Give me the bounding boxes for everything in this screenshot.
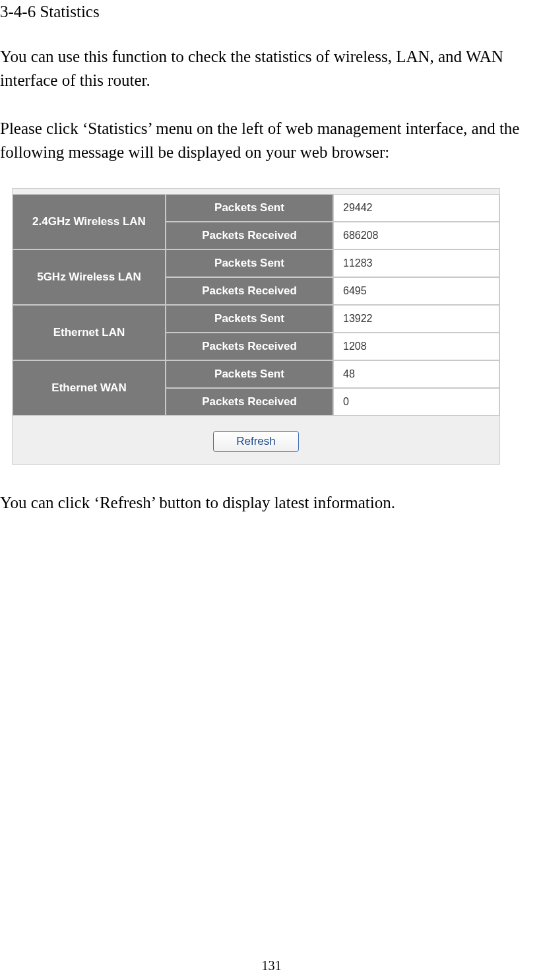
packets-received-label: Packets Received (166, 388, 333, 416)
packets-sent-value: 29442 (333, 194, 499, 222)
table-row: Ethernet LAN Packets Sent 13922 (13, 305, 499, 333)
interface-name: Ethernet WAN (13, 360, 166, 416)
table-row: 5GHz Wireless LAN Packets Sent 11283 (13, 249, 499, 277)
packets-sent-value: 13922 (333, 305, 499, 333)
packets-received-label: Packets Received (166, 277, 333, 305)
button-row: Refresh (13, 416, 499, 464)
packets-sent-label: Packets Sent (166, 249, 333, 277)
packets-sent-value: 11283 (333, 249, 499, 277)
statistics-panel: 2.4GHz Wireless LAN Packets Sent 29442 P… (12, 188, 500, 465)
interface-name: Ethernet LAN (13, 305, 166, 360)
packets-sent-label: Packets Sent (166, 360, 333, 388)
packets-received-value: 686208 (333, 222, 499, 249)
intro-paragraph-1: You can use this function to check the s… (0, 45, 542, 93)
packets-received-value: 6495 (333, 277, 499, 305)
interface-name: 2.4GHz Wireless LAN (13, 194, 166, 249)
packets-sent-value: 48 (333, 360, 499, 388)
closing-paragraph: You can click ‘Refresh’ button to displa… (0, 491, 542, 515)
page-number: 131 (0, 958, 543, 973)
packets-sent-label: Packets Sent (166, 305, 333, 333)
packets-received-value: 0 (333, 388, 499, 416)
packets-received-value: 1208 (333, 333, 499, 360)
interface-name: 5GHz Wireless LAN (13, 249, 166, 305)
refresh-button[interactable]: Refresh (213, 431, 299, 452)
packets-sent-label: Packets Sent (166, 194, 333, 222)
table-row: 2.4GHz Wireless LAN Packets Sent 29442 (13, 194, 499, 222)
intro-paragraph-2: Please click ‘Statistics’ menu on the le… (0, 117, 542, 165)
section-heading: 3-4-6 Statistics (0, 3, 542, 21)
packets-received-label: Packets Received (166, 222, 333, 249)
packets-received-label: Packets Received (166, 333, 333, 360)
statistics-table: 2.4GHz Wireless LAN Packets Sent 29442 P… (13, 189, 499, 416)
table-row: Ethernet WAN Packets Sent 48 (13, 360, 499, 388)
